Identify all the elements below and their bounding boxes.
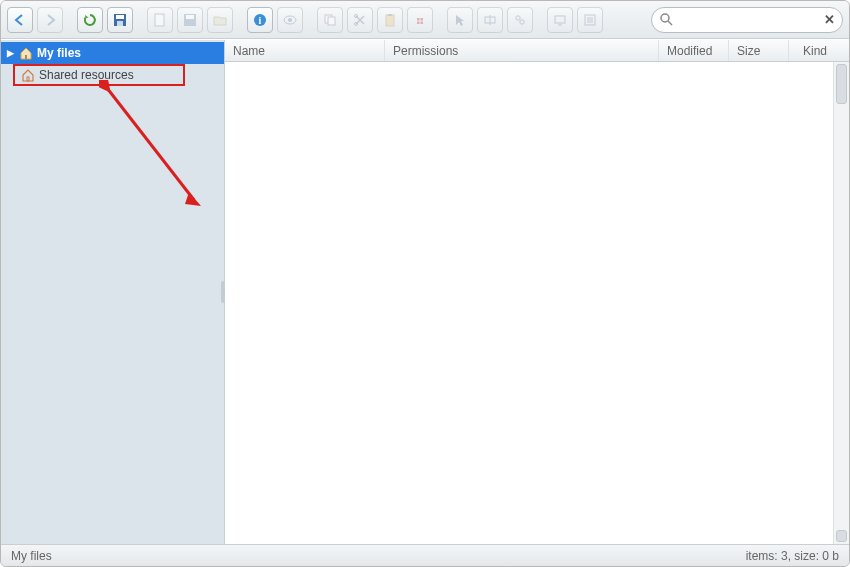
file-manager-window: i xyxy=(0,0,850,567)
svg-rect-25 xyxy=(555,16,565,23)
svg-rect-1 xyxy=(116,15,124,19)
search-box: ✕ xyxy=(651,7,843,33)
copy-button[interactable] xyxy=(317,7,343,33)
clipboard-icon xyxy=(383,13,397,27)
status-summary: items: 3, size: 0 b xyxy=(746,549,839,563)
scissors-icon xyxy=(353,13,367,27)
svg-rect-2 xyxy=(117,21,123,26)
svg-rect-14 xyxy=(386,15,394,26)
link-button[interactable] xyxy=(507,7,533,33)
svg-rect-33 xyxy=(25,55,27,59)
status-bar: My files items: 3, size: 0 b xyxy=(1,544,849,566)
copy-icon xyxy=(323,13,337,27)
new-file-icon xyxy=(153,13,167,27)
file-list[interactable] xyxy=(225,62,833,544)
reload-button[interactable] xyxy=(77,7,103,33)
column-size[interactable]: Size xyxy=(729,40,789,61)
clear-search-button[interactable]: ✕ xyxy=(821,12,837,28)
svg-rect-5 xyxy=(186,15,194,19)
home-icon xyxy=(19,46,33,60)
delete-button[interactable] xyxy=(407,7,433,33)
forward-button[interactable] xyxy=(37,7,63,33)
sidebar-item-my-files[interactable]: ▶ My files xyxy=(1,42,224,64)
save-button[interactable] xyxy=(107,7,133,33)
cut-button[interactable] xyxy=(347,7,373,33)
column-permissions[interactable]: Permissions xyxy=(385,40,659,61)
monitor-icon xyxy=(553,13,567,27)
arrow-right-icon xyxy=(43,13,57,27)
column-modified[interactable]: Modified xyxy=(659,40,729,61)
rename-icon xyxy=(483,13,497,27)
delete-icon xyxy=(413,13,427,27)
body: ▶ My files Shared resources Nam xyxy=(1,39,849,544)
vertical-scrollbar[interactable] xyxy=(833,62,849,544)
search-input[interactable] xyxy=(651,7,843,33)
column-name[interactable]: Name xyxy=(225,40,385,61)
scroll-thumb[interactable] xyxy=(836,64,847,104)
select-button[interactable] xyxy=(447,7,473,33)
file-area xyxy=(225,62,849,544)
column-kind[interactable]: Kind xyxy=(789,40,849,61)
svg-text:i: i xyxy=(259,15,262,26)
arrow-left-icon xyxy=(13,13,27,27)
house-icon xyxy=(21,68,35,82)
svg-rect-17 xyxy=(421,18,424,21)
main-pane: Name Permissions Modified Size Kind xyxy=(225,40,849,544)
paste-button[interactable] xyxy=(377,7,403,33)
properties-button[interactable] xyxy=(577,7,603,33)
tree-label: My files xyxy=(37,46,81,60)
info-button[interactable]: i xyxy=(247,7,273,33)
floppy-icon xyxy=(113,13,127,27)
back-button[interactable] xyxy=(7,7,33,33)
eye-icon xyxy=(283,13,297,27)
svg-line-35 xyxy=(107,88,194,200)
new-file-button[interactable] xyxy=(147,7,173,33)
folder-tree: ▶ My files Shared resources xyxy=(1,40,224,88)
svg-rect-15 xyxy=(388,14,392,16)
save-as-button[interactable] xyxy=(177,7,203,33)
folder-open-icon xyxy=(213,13,227,27)
column-headers: Name Permissions Modified Size Kind xyxy=(225,40,849,62)
preview-button[interactable] xyxy=(277,7,303,33)
reload-icon xyxy=(83,13,97,27)
sidebar: ▶ My files Shared resources xyxy=(1,40,225,544)
status-path: My files xyxy=(11,549,746,563)
annotation-arrow-icon xyxy=(99,80,209,210)
svg-rect-18 xyxy=(417,21,420,24)
svg-rect-19 xyxy=(421,21,424,24)
toolbar: i xyxy=(1,1,849,39)
cursor-icon xyxy=(453,13,467,27)
rename-button[interactable] xyxy=(477,7,503,33)
svg-point-9 xyxy=(288,18,292,22)
scroll-thumb-bottom[interactable] xyxy=(836,530,847,542)
svg-line-24 xyxy=(520,19,521,20)
sidebar-resize-handle[interactable] xyxy=(221,281,225,303)
sidebar-item-shared-resources[interactable]: Shared resources xyxy=(1,64,224,86)
properties-icon xyxy=(583,13,597,27)
svg-rect-16 xyxy=(417,18,420,21)
link-icon xyxy=(513,13,527,27)
floppy-icon xyxy=(183,13,197,27)
open-button[interactable] xyxy=(207,7,233,33)
view-button[interactable] xyxy=(547,7,573,33)
svg-rect-11 xyxy=(328,17,335,25)
tree-label: Shared resources xyxy=(39,68,134,82)
chevron-right-icon[interactable]: ▶ xyxy=(5,48,15,58)
info-icon: i xyxy=(253,13,267,27)
